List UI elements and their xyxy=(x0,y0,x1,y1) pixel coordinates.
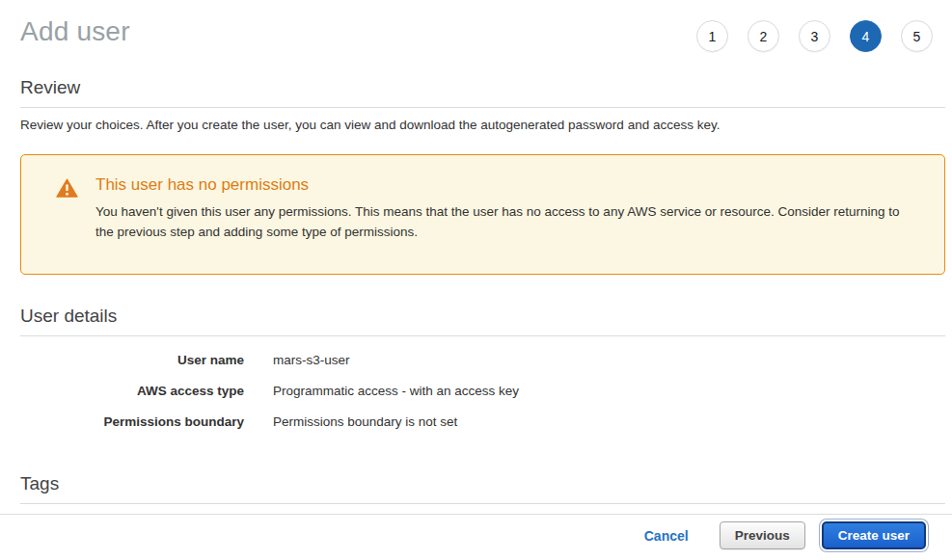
review-description: Review your choices. After you create th… xyxy=(20,118,945,132)
warning-body: You haven't given this user any permissi… xyxy=(95,201,915,242)
detail-label-user-name: User name xyxy=(20,353,244,367)
step-1[interactable]: 1 xyxy=(696,20,728,52)
detail-label-permissions-boundary: Permissions boundary xyxy=(20,414,244,429)
step-5[interactable]: 5 xyxy=(901,20,933,52)
main-content: Review Review your choices. After you cr… xyxy=(0,77,952,532)
wizard-header: Add user 1 2 3 4 5 xyxy=(0,0,952,52)
warning-title: This user has no permissions xyxy=(95,175,915,195)
review-heading: Review xyxy=(20,77,945,108)
table-row: User name mars-s3-user xyxy=(20,353,945,367)
step-indicator: 1 2 3 4 5 xyxy=(696,20,933,52)
detail-value-user-name: mars-s3-user xyxy=(273,353,350,367)
no-permissions-warning: This user has no permissions You haven't… xyxy=(20,154,945,275)
warning-triangle-icon xyxy=(33,175,95,245)
page-title: Add user xyxy=(20,16,130,47)
step-3[interactable]: 3 xyxy=(799,20,830,52)
warning-content: This user has no permissions You haven't… xyxy=(95,175,915,245)
detail-value-permissions-boundary: Permissions boundary is not set xyxy=(273,414,457,429)
wizard-footer: Cancel Previous Create user xyxy=(0,514,952,560)
user-details-heading: User details xyxy=(20,306,945,336)
tags-heading: Tags xyxy=(20,473,945,504)
detail-label-access-type: AWS access type xyxy=(20,384,244,398)
create-user-button[interactable]: Create user xyxy=(822,521,926,549)
user-details-table: User name mars-s3-user AWS access type P… xyxy=(20,353,945,429)
table-row: AWS access type Programmatic access - wi… xyxy=(20,384,945,398)
detail-value-access-type: Programmatic access - with an access key xyxy=(273,384,519,398)
table-row: Permissions boundary Permissions boundar… xyxy=(20,414,945,429)
previous-button[interactable]: Previous xyxy=(720,521,805,549)
cancel-button[interactable]: Cancel xyxy=(644,528,689,544)
step-2[interactable]: 2 xyxy=(748,20,779,52)
step-4[interactable]: 4 xyxy=(850,20,882,52)
